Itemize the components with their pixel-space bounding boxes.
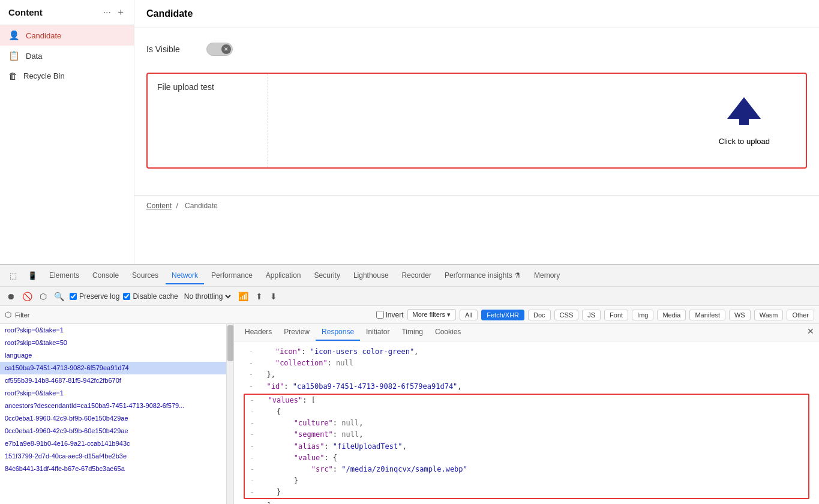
filter-doc[interactable]: Doc: [528, 310, 551, 320]
search-icon[interactable]: 🔍: [52, 290, 66, 303]
tab-application[interactable]: Application: [260, 268, 307, 284]
sidebar-item-label: Data: [26, 52, 42, 61]
preserve-log-checkbox[interactable]: Preserve log: [70, 292, 119, 301]
sidebar-item-data[interactable]: 📋 Data: [0, 46, 134, 66]
sidebar-item-candidate[interactable]: 👤 Candidate: [0, 25, 134, 46]
json-line: - }: [245, 487, 808, 498]
req-item[interactable]: root?skip=0&take=1: [0, 324, 226, 337]
tab-cookies[interactable]: Cookies: [429, 324, 467, 341]
more-icon[interactable]: ···: [103, 7, 111, 18]
svg-rect-1: [739, 119, 749, 125]
filter-icon[interactable]: ⬡: [38, 290, 49, 303]
req-item[interactable]: 84c6b441-31df-4ffe-b67e-67d5bc3ae65a: [0, 463, 226, 475]
filter-wasm[interactable]: Wasm: [754, 310, 784, 320]
json-line: - "icon": "icon-users color-green",: [244, 346, 809, 358]
clear-icon[interactable]: 🚫: [20, 290, 34, 303]
upload-icon-area: Click to upload: [719, 96, 770, 146]
filter-bar: ⬡ Filter Invert More filters ▾ All Fetch…: [0, 306, 819, 324]
filter-icon: ⬡: [5, 310, 11, 319]
response-tab-container: Headers Preview Response Initiator Timin…: [234, 324, 819, 341]
json-line: - "src": "/media/z0inqcvx/sample.webp": [245, 464, 808, 475]
sidebar-item-label: Candidate: [26, 31, 61, 40]
main-content: Candidate Is Visible ✕ File upload test: [134, 0, 819, 264]
recycle-icon: 🗑: [8, 71, 17, 81]
filter-fetch-xhr[interactable]: Fetch/XHR: [481, 310, 524, 320]
tab-timing[interactable]: Timing: [395, 324, 429, 341]
filter-all[interactable]: All: [460, 310, 478, 320]
close-icon[interactable]: ✕: [807, 326, 814, 336]
devtools-tabs: ⬚ 📱 Elements Console Sources Network Per…: [0, 265, 819, 287]
filter-css[interactable]: CSS: [554, 310, 579, 320]
filter-font[interactable]: Font: [604, 310, 628, 320]
tab-response[interactable]: Response: [316, 324, 360, 341]
tab-performance-insights[interactable]: Performance insights ⚗: [439, 268, 527, 284]
tab-performance[interactable]: Performance: [205, 268, 259, 284]
req-item[interactable]: 151f3799-2d7d-40ca-aec9-d15af4be2b3e: [0, 450, 226, 463]
breadcrumb-current: Candidate: [185, 202, 218, 210]
filter-other[interactable]: Other: [787, 310, 814, 320]
invert-checkbox[interactable]: Invert: [376, 311, 404, 319]
breadcrumb-parent[interactable]: Content: [146, 202, 172, 210]
tab-recorder[interactable]: Recorder: [396, 268, 437, 284]
inspect-icon[interactable]: ⬚: [5, 268, 22, 284]
tab-memory[interactable]: Memory: [528, 268, 566, 284]
upload-icon: [726, 96, 762, 132]
stop-icon[interactable]: ⏺: [5, 290, 17, 303]
req-item[interactable]: 0cc0eba1-9960-42c9-bf9b-60e150b429ae: [0, 425, 226, 437]
scrollbar-thumb: [227, 325, 233, 361]
throttle-select[interactable]: No throttling: [182, 292, 233, 301]
tab-sources[interactable]: Sources: [126, 268, 164, 284]
req-item[interactable]: 0cc0eba1-9960-42c9-bf9b-60e150b429ae: [0, 412, 226, 425]
filter-manifest[interactable]: Manifest: [689, 310, 725, 320]
tab-initiator[interactable]: Initiator: [360, 324, 395, 341]
svg-marker-0: [727, 97, 761, 119]
download-arrow-icon[interactable]: ⬇: [268, 290, 279, 303]
data-icon: 📋: [8, 50, 20, 61]
tab-lighthouse[interactable]: Lighthouse: [347, 268, 395, 284]
filter-more-btn[interactable]: More filters ▾: [407, 309, 456, 320]
devtools-main: root?skip=0&take=1 root?skip=0&take=50 l…: [0, 324, 819, 504]
json-line: - }: [245, 475, 808, 487]
breadcrumb: Content / Candidate: [134, 195, 819, 216]
filter-ws[interactable]: WS: [729, 310, 751, 320]
json-line: - "collection": null: [244, 358, 809, 369]
toggle-thumb: ✕: [221, 44, 231, 54]
json-line: - "alias": "fileUploadTest",: [245, 441, 808, 452]
is-visible-toggle[interactable]: ✕: [206, 43, 233, 56]
toggle-track: ✕: [206, 43, 233, 56]
file-upload-container[interactable]: File upload test Click to upload: [146, 73, 807, 169]
req-item[interactable]: language: [0, 349, 226, 362]
req-item[interactable]: root?skip=0&take=50: [0, 337, 226, 349]
breadcrumb-separator: /: [176, 202, 180, 210]
tab-console[interactable]: Console: [86, 268, 125, 284]
add-icon[interactable]: ＋: [116, 6, 125, 19]
tab-headers[interactable]: Headers: [239, 324, 278, 341]
filter-img[interactable]: Img: [632, 310, 653, 320]
sidebar-item-recycle[interactable]: 🗑 Recycle Bin: [0, 66, 134, 86]
wifi-icon[interactable]: 📶: [236, 290, 250, 303]
upload-arrow-icon[interactable]: ⬆: [254, 290, 265, 303]
req-item[interactable]: ancestors?descendantId=ca150ba9-7451-471…: [0, 400, 226, 412]
filter-js[interactable]: JS: [582, 310, 601, 320]
tab-network[interactable]: Network: [166, 268, 204, 284]
tab-security[interactable]: Security: [308, 268, 346, 284]
req-item[interactable]: e7b1a9e8-91b0-4e16-9a21-ccab141b943c: [0, 437, 226, 450]
req-item[interactable]: cf555b39-14b8-4687-81f5-942fc2fb670f: [0, 374, 226, 387]
sidebar: Content ··· ＋ 👤 Candidate 📋 Data 🗑 Recyc…: [0, 0, 134, 264]
filter-label: Filter: [15, 311, 29, 319]
json-line: - },: [244, 369, 809, 380]
disable-cache-checkbox[interactable]: Disable cache: [123, 292, 178, 301]
device-icon[interactable]: 📱: [23, 268, 42, 284]
sidebar-actions: ··· ＋: [103, 6, 125, 19]
file-upload-area[interactable]: Click to upload: [268, 74, 806, 167]
request-scrollbar[interactable]: [226, 324, 233, 504]
req-item-active[interactable]: ca150ba9-7451-4713-9082-6f579ea91d74: [0, 362, 226, 374]
devtools: ⬚ 📱 Elements Console Sources Network Per…: [0, 264, 819, 504]
is-visible-label: Is Visible: [146, 44, 194, 54]
tab-preview[interactable]: Preview: [278, 324, 316, 341]
upload-text: Click to upload: [719, 137, 770, 146]
json-viewer: - "icon": "icon-users color-green", - "c…: [234, 341, 819, 504]
filter-media[interactable]: Media: [657, 310, 686, 320]
req-item[interactable]: root?skip=0&take=1: [0, 387, 226, 400]
tab-elements[interactable]: Elements: [43, 268, 85, 284]
